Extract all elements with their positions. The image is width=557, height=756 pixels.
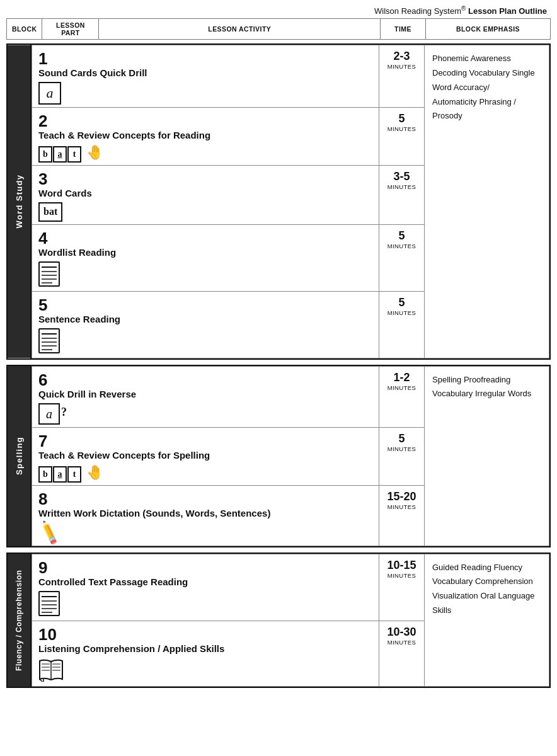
tile-a-7: a <box>53 466 67 483</box>
wordlist-doc-icon <box>38 261 60 287</box>
activity-10-cell: 10 Listening Comprehension / Applied Ski… <box>32 621 379 686</box>
time-value-4: 5 <box>398 229 405 242</box>
activity-3-title: Word Cards <box>38 188 372 198</box>
spelling-emphasis-1: Spelling <box>432 375 461 384</box>
spelling-emphasis: Spelling Proofreading Vocabulary Irregul… <box>425 366 549 546</box>
activity-9-icon <box>38 591 372 618</box>
time-unit-9: MINUTES <box>383 572 420 579</box>
time-value-9: 10-15 <box>387 559 416 571</box>
emphasis-2: Decoding <box>432 68 467 77</box>
tiles-icon-2: b a t <box>38 146 81 163</box>
time-value-7: 5 <box>398 432 405 445</box>
activity-7-cell: 7 Teach & Review Concepts for Spelling b… <box>32 427 379 485</box>
time-value-3: 3-5 <box>393 170 410 183</box>
card-a-icon: a <box>38 403 60 425</box>
hand-icon-2: ✋ <box>86 144 103 161</box>
tile-t-7: t <box>67 466 81 483</box>
activity-1-cell: 1 Sound Cards Quick Drill a <box>32 45 379 108</box>
activity-5-icon <box>38 328 372 355</box>
word-card-icon: bat <box>38 202 62 221</box>
fluency-emphasis-4: Comprehension <box>475 576 533 586</box>
time-unit-5: MINUTES <box>383 309 420 316</box>
activity-7-number: 7 <box>38 433 372 449</box>
time-value-2: 5 <box>398 112 405 125</box>
time-value-1: 2-3 <box>393 50 410 62</box>
spelling-emphasis-4: Irregular Words <box>475 389 531 398</box>
activity-6-title: Quick Drill in Reverse <box>38 389 372 399</box>
fluency-table: 9 Controlled Text Passage Reading <box>32 554 549 687</box>
word-study-table: 1 Sound Cards Quick Drill a 2-3 MINUTES … <box>32 45 549 358</box>
question-mark-icon: ? <box>61 406 67 419</box>
activity-1-time: 2-3 MINUTES <box>379 45 425 108</box>
activity-1-title: Sound Cards Quick Drill <box>38 67 372 78</box>
activity-6-time: 1-2 MINUTES <box>379 366 425 427</box>
header-block: BLOCK <box>7 19 42 40</box>
time-unit-10: MINUTES <box>383 639 420 646</box>
passage-doc-icon <box>38 591 60 616</box>
activity-4-cell: 4 Wordlist Reading <box>32 224 379 291</box>
activity-4-time: 5 MINUTES <box>379 224 425 291</box>
time-value-8: 15-20 <box>387 490 416 503</box>
activity-8-title: Written Work Dictation (Sounds, Words, S… <box>38 508 372 518</box>
activity-10-time: 10-30 MINUTES <box>379 621 425 686</box>
title-bold: Lesson Plan Outline <box>466 6 547 16</box>
time-unit-3: MINUTES <box>383 183 420 190</box>
activity-1-number: 1 <box>38 50 372 67</box>
tile-b-7: b <box>38 466 52 483</box>
activity-2-icon: b a t ✋ <box>38 144 372 163</box>
activity-6-icon: a ? <box>38 403 372 425</box>
block-label-fluency: Fluency / Comprehension <box>8 554 30 687</box>
header-lesson-activity: LESSON ACTIVITY <box>99 19 381 40</box>
time-unit-7: MINUTES <box>383 445 420 452</box>
fluency-emphasis-1: Guided Reading <box>432 563 491 572</box>
sound-card-icon: a <box>38 82 61 105</box>
block-label-spelling: Spelling <box>8 366 30 546</box>
activity-3-number: 3 <box>38 171 372 187</box>
block-content-word-study: 1 Sound Cards Quick Drill a 2-3 MINUTES … <box>30 45 549 358</box>
fluency-emphasis-2: Fluency <box>494 563 523 572</box>
activity-row-9: 9 Controlled Text Passage Reading <box>32 554 549 621</box>
activity-10-title: Listening Comprehension / Applied Skills <box>38 643 372 654</box>
time-unit-2: MINUTES <box>383 125 420 132</box>
sound-card-q-icon: a ? <box>38 403 67 425</box>
tile-t: t <box>67 146 81 163</box>
open-book-icon <box>38 658 64 682</box>
activity-8-time: 15-20 MINUTES <box>379 485 425 546</box>
spelling-table: 6 Quick Drill in Reverse a ? 1-2 MINUTES… <box>32 366 549 546</box>
activity-4-number: 4 <box>38 230 372 246</box>
header-time: TIME <box>381 19 426 40</box>
activity-8-icon: ✏️ <box>38 522 372 543</box>
activity-9-cell: 9 Controlled Text Passage Reading <box>32 554 379 621</box>
activity-10-icon <box>38 658 372 684</box>
activity-2-cell: 2 Teach & Review Concepts for Reading b … <box>32 108 379 166</box>
activity-3-cell: 3 Word Cards bat <box>32 166 379 224</box>
hand-icon-7: ✋ <box>86 464 103 481</box>
spelling-emphasis-3: Vocabulary <box>432 389 473 398</box>
block-fluency: Fluency / Comprehension 9 Controlled Tex… <box>6 553 551 688</box>
fluency-emphasis-3: Vocabulary <box>432 576 473 586</box>
block-word-study: Word Study 1 Sound Cards Quick Drill a 2… <box>6 43 551 359</box>
activity-6-number: 6 <box>38 372 372 388</box>
activity-3-icon: bat <box>38 202 372 221</box>
activity-9-title: Controlled Text Passage Reading <box>38 576 372 587</box>
activity-3-time: 3-5 MINUTES <box>379 166 425 224</box>
spelling-emphasis-2: Proofreading <box>464 375 510 384</box>
sentence-doc-icon <box>38 328 60 353</box>
time-unit-4: MINUTES <box>383 243 420 249</box>
time-unit-8: MINUTES <box>383 503 420 510</box>
activity-9-number: 9 <box>38 559 372 576</box>
activity-4-title: Wordlist Reading <box>38 247 372 258</box>
activity-7-time: 5 MINUTES <box>379 427 425 485</box>
pencil-icon: ✏️ <box>35 519 63 546</box>
activity-8-cell: 8 Written Work Dictation (Sounds, Words,… <box>32 485 379 546</box>
block-label-word-study: Word Study <box>8 45 30 358</box>
word-study-emphasis: Phonemic Awareness Decoding Vocabulary S… <box>425 45 549 358</box>
activity-6-cell: 6 Quick Drill in Reverse a ? <box>32 366 379 427</box>
emphasis-1: Phonemic Awareness <box>432 54 511 63</box>
header-emphasis: BLOCK EMPHASIS <box>426 19 551 40</box>
activity-7-icon: b a t ✋ <box>38 464 372 483</box>
activity-5-time: 5 MINUTES <box>379 291 425 358</box>
time-value-6: 1-2 <box>393 371 410 384</box>
activity-row-6: 6 Quick Drill in Reverse a ? 1-2 MINUTES… <box>32 366 549 427</box>
time-value-5: 5 <box>398 296 405 309</box>
